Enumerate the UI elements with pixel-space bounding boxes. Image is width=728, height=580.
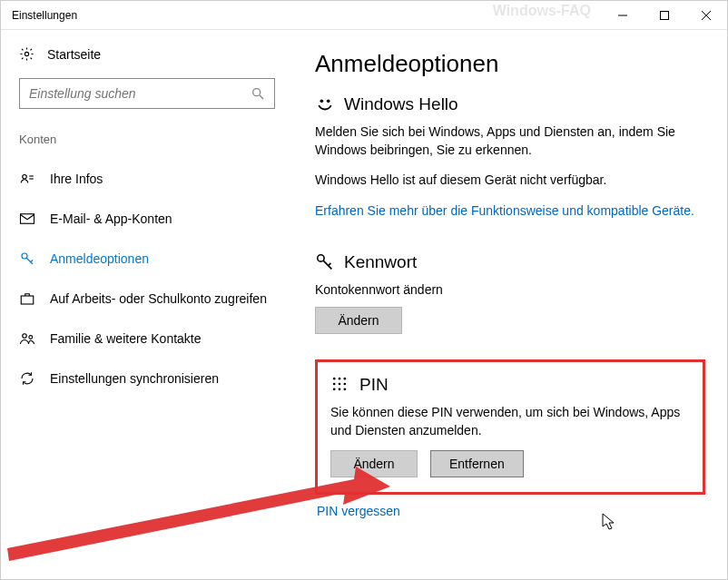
key-icon [19,251,35,267]
svg-point-14 [29,336,33,339]
svg-point-13 [23,334,27,339]
main-content: Anmeldeoptionen Windows Hello Melden Sie… [293,30,727,579]
password-heading: Kennwort [344,252,417,272]
password-description: Kontokennwort ändern [315,281,705,300]
pin-remove-button[interactable]: Entfernen [430,450,524,477]
sidebar-item-your-info[interactable]: Ihre Infos [19,159,275,199]
sidebar-item-work-school[interactable]: Auf Arbeits- oder Schulkonto zugreifen [19,279,275,319]
sidebar-item-email-accounts[interactable]: E-Mail- & App-Konten [19,199,275,239]
page-title: Anmeldeoptionen [315,50,705,78]
svg-rect-10 [21,214,34,224]
search-icon [251,86,265,101]
search-input[interactable] [29,86,251,101]
smile-icon [315,94,335,114]
svg-point-15 [320,100,324,103]
sidebar-item-family[interactable]: Familie & weitere Kontakte [19,319,275,359]
svg-point-26 [344,388,347,390]
person-card-icon [19,171,35,187]
home-label: Startseite [47,47,101,62]
key-icon [315,252,335,272]
gear-icon [19,46,34,62]
maximize-button[interactable] [644,1,685,30]
hello-learn-more-link[interactable]: Erfahren Sie mehr über die Funktionsweis… [315,202,705,221]
pin-description: Sie können diese PIN verwenden, um sich … [330,404,690,439]
svg-point-17 [318,255,324,261]
svg-point-7 [23,175,27,180]
window-title: Einstellungen [12,9,77,22]
pin-heading-row: PIN [330,375,690,395]
titlebar: Einstellungen [1,1,727,30]
search-field[interactable] [19,78,275,109]
svg-point-23 [344,383,347,386]
sidebar-item-signin-options[interactable]: Anmeldeoptionen [19,239,275,279]
pin-change-button[interactable]: Ändern [330,450,418,477]
sidebar-section-label: Konten [19,133,275,146]
svg-point-16 [327,100,330,103]
svg-point-18 [333,378,336,380]
people-icon [19,330,35,347]
briefcase-icon [19,290,35,307]
sidebar-item-label: Einstellungen synchronisieren [50,371,219,386]
sync-icon [19,370,35,387]
sidebar-item-label: E-Mail- & App-Konten [50,211,172,226]
password-heading-row: Kennwort [315,252,705,272]
pin-forgot-link[interactable]: PIN vergessen [317,504,705,518]
home-link[interactable]: Startseite [19,46,275,62]
svg-point-4 [25,52,28,55]
sidebar: Startseite Konten Ihre Infos E-Mail- & [1,30,293,579]
svg-point-24 [333,388,336,390]
pin-pad-icon [330,375,350,395]
svg-point-19 [339,378,341,380]
minimize-button[interactable] [602,1,644,30]
watermark-text: Windows-FAQ [493,3,591,19]
svg-point-20 [344,378,347,380]
sidebar-item-label: Familie & weitere Kontakte [50,331,202,346]
svg-point-25 [339,388,341,390]
password-change-button[interactable]: Ändern [315,307,402,334]
svg-rect-12 [21,296,34,304]
svg-point-11 [22,253,27,259]
pin-heading: PIN [359,375,389,395]
hello-heading-row: Windows Hello [315,94,705,114]
sidebar-item-label: Auf Arbeits- oder Schulkonto zugreifen [50,291,267,306]
svg-point-22 [339,383,341,386]
sidebar-item-sync[interactable]: Einstellungen synchronisieren [19,359,275,398]
sidebar-item-label: Ihre Infos [50,172,103,186]
hello-unavailable: Windows Hello ist auf diesem Gerät nicht… [315,172,705,190]
pin-section-highlight: PIN Sie können diese PIN verwenden, um s… [315,359,705,495]
close-button[interactable] [685,1,727,30]
svg-rect-1 [661,11,669,19]
svg-line-6 [260,95,263,99]
sidebar-item-label: Anmeldeoptionen [50,251,149,266]
mail-icon [19,211,35,227]
hello-description: Melden Sie sich bei Windows, Apps und Di… [315,123,705,159]
hello-heading: Windows Hello [344,94,458,114]
svg-point-5 [253,89,261,96]
svg-point-21 [333,383,336,386]
